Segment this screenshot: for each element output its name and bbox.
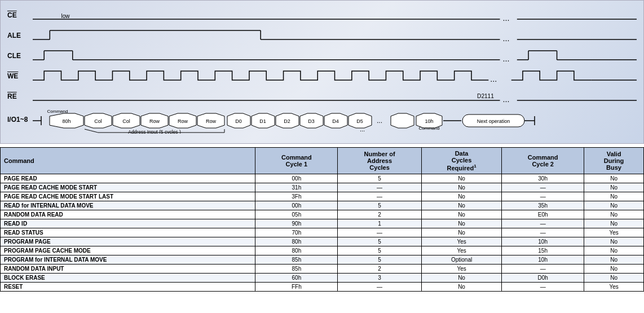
svg-text:Command: Command xyxy=(47,109,68,114)
io-canvas: 80h Command Col Col Row Row Row xyxy=(33,108,637,131)
svg-text:...: ... xyxy=(503,95,510,104)
we-signal-row: WE ... xyxy=(7,66,637,86)
svg-text:...: ... xyxy=(503,54,510,63)
table-row: PAGE READ CACHE MODE START LAST3Fh—No—No xyxy=(1,192,644,201)
svg-text:D4: D4 xyxy=(332,118,339,124)
svg-text:low: low xyxy=(61,13,70,19)
cell-value: — xyxy=(502,264,584,273)
svg-text:80h: 80h xyxy=(62,118,70,124)
cell-value: — xyxy=(338,192,422,201)
cell-value: 5 xyxy=(338,174,422,183)
re-signal-row: RE ... D2111 xyxy=(7,86,637,107)
table-row: BLOCK ERASE60h3NoD0hNo xyxy=(1,273,644,282)
cell-value: Yes xyxy=(584,282,644,291)
svg-text:...: ... xyxy=(503,14,510,23)
svg-text:D2: D2 xyxy=(284,118,290,124)
cell-command: READ for INTERNAL DATA MOVE xyxy=(1,201,255,210)
ale-svg: ... xyxy=(33,27,637,44)
cell-value: 10h xyxy=(502,237,584,246)
cell-command: PROGRAM PAGE xyxy=(1,237,255,246)
re-svg: ... D2111 xyxy=(33,88,637,105)
table-header-row: Command CommandCycle 1 Number ofAddressC… xyxy=(1,148,644,174)
cell-command: RANDOM DATA READ xyxy=(1,210,255,219)
cle-canvas: ... xyxy=(33,47,637,64)
table-row: PROGRAM PAGE CACHE MODE80h5Yes15hNo xyxy=(1,246,644,255)
cell-value: — xyxy=(338,183,422,192)
cell-value: No xyxy=(421,282,501,291)
cell-command: PROGRAM PAGE CACHE MODE xyxy=(1,246,255,255)
cell-value: No xyxy=(421,174,501,183)
svg-text:...: ... xyxy=(360,126,365,133)
cell-value: FFh xyxy=(255,282,338,291)
cell-value: 00h xyxy=(255,201,338,210)
table-row: RANDOM DATA INPUT85h2Yes—No xyxy=(1,264,644,273)
cell-value: No xyxy=(421,210,501,219)
cell-value: 15h xyxy=(502,246,584,255)
cell-value: 1 xyxy=(338,219,422,228)
svg-text:D3: D3 xyxy=(308,118,315,124)
cell-value: No xyxy=(584,201,644,210)
cell-value: 5 xyxy=(338,255,422,264)
cell-value: No xyxy=(584,174,644,183)
cell-value: Yes xyxy=(421,237,501,246)
svg-text:Command: Command xyxy=(419,126,440,131)
cell-command: PAGE READ CACHE MODE START xyxy=(1,183,255,192)
ale-canvas: ... xyxy=(33,27,637,44)
ce-signal-row: CE ... low xyxy=(7,5,637,25)
header-addr-cycles: Number ofAddressCycles xyxy=(338,148,422,174)
cell-value: — xyxy=(338,228,422,237)
cle-label: CLE xyxy=(7,52,33,60)
cell-value: — xyxy=(502,219,584,228)
cell-command: PROGRAM for INTERNAL DATA MOVE xyxy=(1,255,255,264)
cell-value: No xyxy=(584,210,644,219)
cell-value: No xyxy=(584,255,644,264)
cell-value: 5 xyxy=(338,237,422,246)
cell-value: D0h xyxy=(502,273,584,282)
header-data-cycles: DataCyclesRequired1 xyxy=(421,148,501,174)
svg-text:Next operation: Next operation xyxy=(477,118,510,124)
svg-marker-58 xyxy=(391,113,414,128)
svg-text:...: ... xyxy=(377,117,382,125)
cell-command: RANDOM DATA INPUT xyxy=(1,264,255,273)
cell-value: No xyxy=(584,219,644,228)
cell-command: BLOCK ERASE xyxy=(1,273,255,282)
cell-value: 80h xyxy=(255,237,338,246)
table-body: PAGE READ00h5No30hNoPAGE READ CACHE MODE… xyxy=(1,174,644,291)
cell-command: READ STATUS xyxy=(1,228,255,237)
cell-value: — xyxy=(502,228,584,237)
cell-value: — xyxy=(502,183,584,192)
svg-text:Col: Col xyxy=(94,118,102,124)
svg-text:...: ... xyxy=(503,34,510,43)
svg-text:Row: Row xyxy=(178,118,188,124)
table-row: RESETFFh—No—Yes xyxy=(1,282,644,291)
table-row: READ for INTERNAL DATA MOVE00h5No35hNo xyxy=(1,201,644,210)
io-signal-row: I/O1~8 80h Command Col Col Row xyxy=(7,108,637,131)
cell-value: Yes xyxy=(584,228,644,237)
cell-value: No xyxy=(584,183,644,192)
cell-value: 05h xyxy=(255,210,338,219)
table-row: READ STATUS70h—No—Yes xyxy=(1,228,644,237)
cell-command: PAGE READ CACHE MODE START LAST xyxy=(1,192,255,201)
we-svg: ... xyxy=(33,68,637,85)
cell-value: No xyxy=(584,192,644,201)
cell-value: 35h xyxy=(502,201,584,210)
cell-value: 3Fh xyxy=(255,192,338,201)
cell-value: 00h xyxy=(255,174,338,183)
cell-value: Yes xyxy=(421,264,501,273)
svg-text:D2111: D2111 xyxy=(477,93,494,99)
cell-value: 30h xyxy=(502,174,584,183)
cell-value: No xyxy=(421,201,501,210)
cell-value: 10h xyxy=(502,255,584,264)
cell-command: RESET xyxy=(1,282,255,291)
io-label: I/O1~8 xyxy=(7,116,33,124)
cell-value: Yes xyxy=(421,246,501,255)
cell-value: No xyxy=(421,183,501,192)
svg-text:Row: Row xyxy=(149,118,160,124)
re-label: RE xyxy=(7,92,33,100)
table-row: PAGE READ00h5No30hNo xyxy=(1,174,644,183)
header-valid-busy: ValidDuringBusy xyxy=(584,148,644,174)
cell-value: No xyxy=(584,246,644,255)
svg-text:Address Input  (5 cycles ): Address Input (5 cycles ) xyxy=(128,129,181,134)
cell-value: 3 xyxy=(338,273,422,282)
cle-svg: ... xyxy=(33,47,637,64)
